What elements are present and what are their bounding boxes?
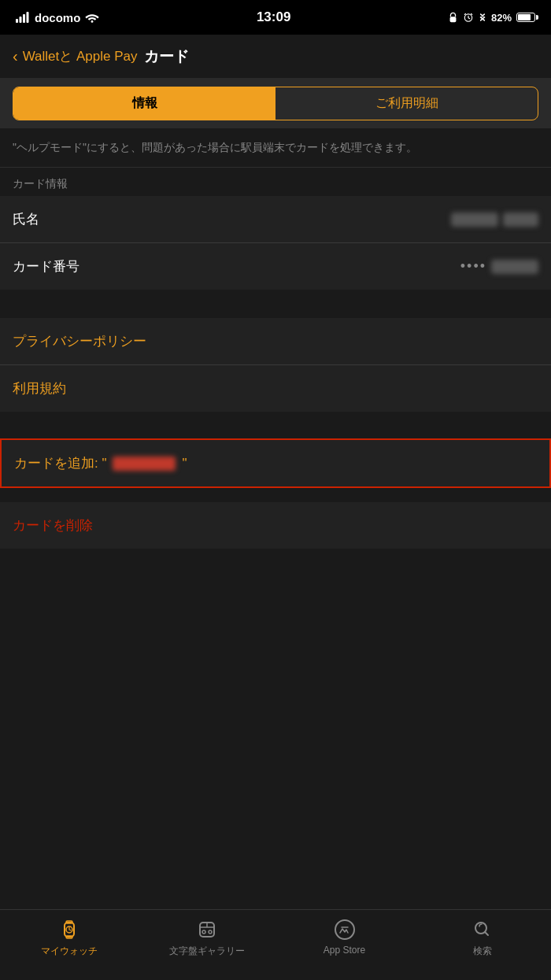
delete-section: カードを削除	[0, 502, 551, 549]
delete-label: カードを削除	[13, 518, 93, 533]
card-number-value: ••••	[460, 258, 538, 275]
wifi-icon	[85, 12, 99, 23]
back-button[interactable]: ‹ Walletと Apple Pay	[13, 47, 138, 65]
svg-point-11	[202, 930, 205, 934]
card-number-blurred	[491, 260, 538, 274]
battery-fill	[518, 14, 531, 20]
spacer-2	[0, 304, 551, 318]
tab-my-watch-label: マイウォッチ	[41, 945, 98, 958]
card-add-suffix: "	[182, 456, 187, 472]
tab-face-gallery[interactable]: 文字盤ギャラリー	[138, 918, 276, 958]
svg-point-13	[335, 920, 354, 939]
face-gallery-icon	[195, 918, 219, 941]
svg-rect-0	[16, 19, 18, 23]
card-add-section: カードを追加: " "	[0, 438, 551, 488]
back-label: Walletと Apple Pay	[23, 47, 138, 65]
tab-search-label: 検索	[473, 945, 492, 958]
card-info-label: カード情報	[0, 168, 551, 196]
privacy-policy-label: プライバシーポリシー	[13, 334, 146, 349]
status-right: 82%	[448, 12, 535, 24]
status-bar: docomo 13:09 82%	[0, 0, 551, 35]
card-add-text: カードを追加: "	[14, 454, 106, 472]
search-icon	[471, 918, 494, 941]
tab-bar: マイウォッチ 文字盤ギャラリー App Store	[0, 909, 551, 980]
carrier-name: docomo	[35, 11, 80, 24]
app-store-icon	[333, 918, 357, 941]
tab-search[interactable]: 検索	[413, 918, 551, 958]
svg-rect-2	[23, 14, 25, 23]
name-blurred-1	[451, 213, 498, 227]
segment-control: 情報 ご利用明細	[13, 87, 538, 120]
privacy-policy-row[interactable]: プライバシーポリシー	[0, 318, 551, 365]
delete-row[interactable]: カードを削除	[0, 502, 551, 549]
svg-rect-3	[27, 12, 29, 23]
card-add-name-blurred	[113, 457, 176, 471]
card-add-row[interactable]: カードを追加: " "	[2, 440, 549, 486]
help-section: "ヘルプモード"にすると、問題があった場合に駅員端末でカードを処理できます。	[0, 128, 551, 168]
terms-label: 利用規約	[13, 381, 66, 396]
svg-rect-1	[20, 17, 22, 23]
help-text: "ヘルプモード"にすると、問題があった場合に駅員端末でカードを処理できます。	[13, 139, 538, 156]
status-time: 13:09	[257, 9, 290, 25]
info-row-card-number: カード番号 ••••	[0, 243, 551, 290]
tab-app-store[interactable]: App Store	[276, 918, 413, 956]
main-content: 情報 ご利用明細 "ヘルプモード"にすると、問題があった場合に駅員端末でカードを…	[0, 79, 551, 953]
tab-face-gallery-label: 文字盤ギャラリー	[169, 945, 245, 958]
lock-icon	[448, 12, 458, 23]
links-section: プライバシーポリシー 利用規約	[0, 318, 551, 412]
name-label: 氏名	[13, 210, 39, 228]
svg-point-12	[209, 930, 212, 934]
segment-container: 情報 ご利用明細	[0, 79, 551, 128]
card-number-label: カード番号	[13, 257, 80, 276]
tab-my-watch[interactable]: マイウォッチ	[0, 918, 138, 958]
back-chevron-icon: ‹	[13, 47, 18, 65]
page-title: カード	[144, 46, 189, 67]
segment-tab-details[interactable]: ご利用明細	[276, 87, 538, 120]
segment-tab-info[interactable]: 情報	[13, 87, 276, 120]
my-watch-icon	[57, 918, 81, 941]
battery-percent: 82%	[491, 12, 512, 24]
spacer-4	[0, 488, 551, 502]
card-add-label: カードを追加: " "	[14, 454, 537, 472]
battery-icon	[516, 13, 535, 22]
name-blurred-2	[503, 213, 538, 227]
signal-icon	[16, 12, 30, 23]
info-row-name: 氏名	[0, 196, 551, 243]
status-left: docomo	[16, 11, 99, 24]
spacer-3	[0, 412, 551, 426]
svg-rect-4	[450, 17, 457, 22]
card-dots: ••••	[460, 258, 486, 275]
name-value	[451, 213, 538, 227]
alarm-icon	[463, 12, 474, 23]
bluetooth-icon	[479, 12, 486, 23]
terms-row[interactable]: 利用規約	[0, 365, 551, 412]
spacer-1	[0, 290, 551, 304]
nav-header: ‹ Walletと Apple Pay カード	[0, 35, 551, 79]
card-info-section: 氏名 カード番号 ••••	[0, 196, 551, 290]
tab-app-store-label: App Store	[324, 945, 365, 956]
